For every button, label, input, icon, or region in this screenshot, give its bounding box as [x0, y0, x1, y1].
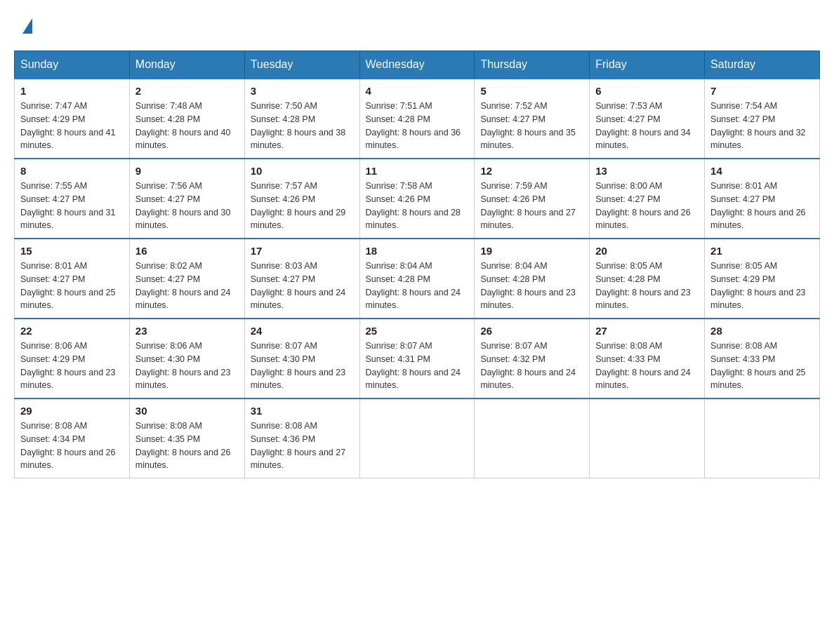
day-info: Sunrise: 8:05 AMSunset: 4:29 PMDaylight:…	[710, 260, 814, 312]
day-number: 29	[20, 405, 124, 417]
day-info: Sunrise: 7:51 AMSunset: 4:28 PMDaylight:…	[366, 100, 469, 152]
day-number: 16	[135, 245, 239, 257]
calendar-cell	[359, 398, 475, 478]
calendar-cell: 29Sunrise: 8:08 AMSunset: 4:34 PMDayligh…	[15, 398, 130, 478]
calendar-cell	[705, 398, 820, 478]
weekday-header-monday: Monday	[129, 51, 244, 79]
calendar-cell: 22Sunrise: 8:06 AMSunset: 4:29 PMDayligh…	[15, 318, 130, 398]
calendar-cell: 8Sunrise: 7:55 AMSunset: 4:27 PMDaylight…	[15, 159, 130, 239]
day-number: 25	[366, 325, 469, 337]
day-number: 28	[710, 325, 814, 337]
day-number: 24	[251, 325, 354, 337]
day-number: 9	[135, 165, 239, 177]
day-number: 10	[251, 165, 354, 177]
day-number: 5	[480, 85, 583, 97]
day-info: Sunrise: 8:06 AMSunset: 4:29 PMDaylight:…	[20, 340, 124, 392]
calendar-cell: 6Sunrise: 7:53 AMSunset: 4:27 PMDaylight…	[590, 79, 705, 159]
day-number: 17	[251, 245, 354, 257]
day-number: 19	[480, 245, 583, 257]
day-info: Sunrise: 8:07 AMSunset: 4:31 PMDaylight:…	[366, 340, 469, 392]
calendar-cell: 26Sunrise: 8:07 AMSunset: 4:32 PMDayligh…	[475, 318, 590, 398]
weekday-header-row: SundayMondayTuesdayWednesdayThursdayFrid…	[15, 51, 820, 79]
weekday-header-tuesday: Tuesday	[244, 51, 359, 79]
day-number: 26	[480, 325, 583, 337]
calendar-cell: 31Sunrise: 8:08 AMSunset: 4:36 PMDayligh…	[244, 398, 359, 478]
day-info: Sunrise: 7:55 AMSunset: 4:27 PMDaylight:…	[20, 180, 124, 232]
day-number: 30	[135, 405, 239, 417]
day-number: 12	[480, 165, 583, 177]
calendar-cell: 1Sunrise: 7:47 AMSunset: 4:29 PMDaylight…	[15, 79, 130, 159]
day-number: 13	[595, 165, 699, 177]
weekday-header-friday: Friday	[590, 51, 705, 79]
day-info: Sunrise: 8:08 AMSunset: 4:35 PMDaylight:…	[135, 420, 239, 472]
calendar-cell: 21Sunrise: 8:05 AMSunset: 4:29 PMDayligh…	[705, 239, 820, 318]
calendar-cell: 11Sunrise: 7:58 AMSunset: 4:26 PMDayligh…	[359, 159, 475, 239]
day-info: Sunrise: 8:03 AMSunset: 4:27 PMDaylight:…	[251, 260, 354, 312]
weekday-header-wednesday: Wednesday	[359, 51, 475, 79]
calendar-cell: 10Sunrise: 7:57 AMSunset: 4:26 PMDayligh…	[244, 159, 359, 239]
calendar-cell: 12Sunrise: 7:59 AMSunset: 4:26 PMDayligh…	[475, 159, 590, 239]
calendar-cell: 5Sunrise: 7:52 AMSunset: 4:27 PMDaylight…	[475, 79, 590, 159]
calendar-cell	[475, 398, 590, 478]
day-info: Sunrise: 8:04 AMSunset: 4:28 PMDaylight:…	[366, 260, 469, 312]
day-info: Sunrise: 7:53 AMSunset: 4:27 PMDaylight:…	[595, 100, 699, 152]
day-info: Sunrise: 8:07 AMSunset: 4:32 PMDaylight:…	[480, 340, 583, 392]
calendar-cell: 17Sunrise: 8:03 AMSunset: 4:27 PMDayligh…	[244, 239, 359, 318]
calendar-cell: 24Sunrise: 8:07 AMSunset: 4:30 PMDayligh…	[244, 318, 359, 398]
day-info: Sunrise: 8:08 AMSunset: 4:33 PMDaylight:…	[710, 340, 814, 392]
day-info: Sunrise: 7:48 AMSunset: 4:28 PMDaylight:…	[135, 100, 239, 152]
day-number: 11	[366, 165, 469, 177]
weekday-header-thursday: Thursday	[475, 51, 590, 79]
calendar-cell: 28Sunrise: 8:08 AMSunset: 4:33 PMDayligh…	[705, 318, 820, 398]
calendar-cell: 27Sunrise: 8:08 AMSunset: 4:33 PMDayligh…	[590, 318, 705, 398]
day-info: Sunrise: 7:59 AMSunset: 4:26 PMDaylight:…	[480, 180, 583, 232]
day-number: 27	[595, 325, 699, 337]
day-info: Sunrise: 7:52 AMSunset: 4:27 PMDaylight:…	[480, 100, 583, 152]
day-info: Sunrise: 7:58 AMSunset: 4:26 PMDaylight:…	[366, 180, 469, 232]
day-number: 23	[135, 325, 239, 337]
calendar-cell: 2Sunrise: 7:48 AMSunset: 4:28 PMDaylight…	[129, 79, 244, 159]
calendar-cell: 4Sunrise: 7:51 AMSunset: 4:28 PMDaylight…	[359, 79, 475, 159]
calendar-cell: 15Sunrise: 8:01 AMSunset: 4:27 PMDayligh…	[15, 239, 130, 318]
calendar-cell: 18Sunrise: 8:04 AMSunset: 4:28 PMDayligh…	[359, 239, 475, 318]
day-info: Sunrise: 8:02 AMSunset: 4:27 PMDaylight:…	[135, 260, 239, 312]
day-info: Sunrise: 8:01 AMSunset: 4:27 PMDaylight:…	[20, 260, 124, 312]
calendar-cell: 23Sunrise: 8:06 AMSunset: 4:30 PMDayligh…	[129, 318, 244, 398]
calendar-cell: 16Sunrise: 8:02 AMSunset: 4:27 PMDayligh…	[129, 239, 244, 318]
day-info: Sunrise: 8:05 AMSunset: 4:28 PMDaylight:…	[595, 260, 699, 312]
day-info: Sunrise: 7:47 AMSunset: 4:29 PMDaylight:…	[20, 100, 124, 152]
day-number: 6	[595, 85, 699, 97]
calendar-table: SundayMondayTuesdayWednesdayThursdayFrid…	[14, 51, 820, 478]
calendar-cell: 14Sunrise: 8:01 AMSunset: 4:27 PMDayligh…	[705, 159, 820, 239]
day-number: 31	[251, 405, 354, 417]
day-number: 14	[710, 165, 814, 177]
calendar-cell: 19Sunrise: 8:04 AMSunset: 4:28 PMDayligh…	[475, 239, 590, 318]
day-info: Sunrise: 7:56 AMSunset: 4:27 PMDaylight:…	[135, 180, 239, 232]
day-number: 8	[20, 165, 124, 177]
day-number: 3	[251, 85, 354, 97]
calendar-cell: 13Sunrise: 8:00 AMSunset: 4:27 PMDayligh…	[590, 159, 705, 239]
weekday-header-sunday: Sunday	[15, 51, 130, 79]
calendar-week-row: 15Sunrise: 8:01 AMSunset: 4:27 PMDayligh…	[15, 239, 820, 318]
calendar-week-row: 8Sunrise: 7:55 AMSunset: 4:27 PMDaylight…	[15, 159, 820, 239]
day-number: 2	[135, 85, 239, 97]
logo-text	[21, 21, 32, 34]
day-number: 7	[710, 85, 814, 97]
day-number: 21	[710, 245, 814, 257]
day-number: 15	[20, 245, 124, 257]
calendar-cell: 9Sunrise: 7:56 AMSunset: 4:27 PMDaylight…	[129, 159, 244, 239]
day-number: 18	[366, 245, 469, 257]
calendar-week-row: 29Sunrise: 8:08 AMSunset: 4:34 PMDayligh…	[15, 398, 820, 478]
day-number: 20	[595, 245, 699, 257]
day-info: Sunrise: 8:06 AMSunset: 4:30 PMDaylight:…	[135, 340, 239, 392]
day-number: 22	[20, 325, 124, 337]
calendar-week-row: 22Sunrise: 8:06 AMSunset: 4:29 PMDayligh…	[15, 318, 820, 398]
calendar-cell: 3Sunrise: 7:50 AMSunset: 4:28 PMDaylight…	[244, 79, 359, 159]
day-number: 4	[366, 85, 469, 97]
day-info: Sunrise: 8:07 AMSunset: 4:30 PMDaylight:…	[251, 340, 354, 392]
logo-triangle-icon	[22, 18, 32, 34]
day-info: Sunrise: 8:00 AMSunset: 4:27 PMDaylight:…	[595, 180, 699, 232]
day-info: Sunrise: 7:50 AMSunset: 4:28 PMDaylight:…	[251, 100, 354, 152]
calendar-week-row: 1Sunrise: 7:47 AMSunset: 4:29 PMDaylight…	[15, 79, 820, 159]
page-header	[14, 14, 820, 36]
